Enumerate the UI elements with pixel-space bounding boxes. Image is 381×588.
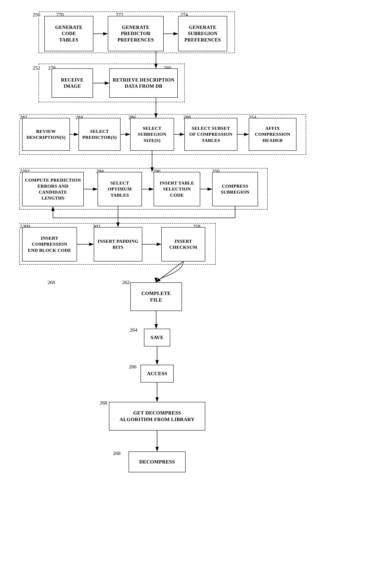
- box-get-decompress-algorithm: GET DECOMPRESSALGORITHM FROM LIBRARY: [109, 402, 205, 430]
- ref-268: 268: [113, 451, 121, 456]
- box-receive-image: RECEIVEIMAGE: [52, 68, 93, 98]
- box-complete-file: COMPLETEFILE: [130, 282, 182, 311]
- box-select-predictors: SELECTPREDICTOR(S): [78, 118, 120, 151]
- box-generate-predictor-preferences: GENERATEPREDICTORPREFERENCES: [108, 16, 164, 51]
- box-review-descriptions: REVIEWDESCRIPTION(S): [22, 118, 70, 151]
- ref-260: 262: [122, 279, 130, 285]
- box-select-optimum-tables: SELECTOPTIMUMTABLES: [98, 172, 142, 206]
- box-select-subregion-sizes: SELECTSUBREGIONSIZE(S): [130, 118, 174, 151]
- box-generate-subregion-preferences: GENERATESUBREGIONPREFERENCES: [178, 16, 227, 51]
- box-insert-padding-bits: INSERT PADDINGBITS: [94, 227, 142, 261]
- diagram-container: 250 252 270 272 274 278 280 282 284 286 …: [0, 0, 381, 588]
- box-compress-subregion: COMPRESSSUBREGION: [212, 172, 258, 206]
- box-access: ACCESS: [141, 365, 174, 382]
- box-insert-checksum: INSERTCHECKSUM: [161, 227, 205, 261]
- box-decompress: DECOMPRESS: [129, 452, 186, 472]
- box-insert-table-selection-code: INSERT TABLESELECTIONCODE: [154, 172, 200, 206]
- ref-250: 250: [32, 12, 41, 18]
- ref-266: 268: [99, 400, 108, 406]
- box-compute-prediction-errors: COMPUTE PREDICTIONERRORS AND CANDIDATELE…: [22, 172, 84, 206]
- ref-264: 266: [129, 364, 137, 370]
- box-affix-compression-header: AFFIXCOMPRESSIONHEADER: [249, 118, 296, 151]
- box-save: SAVE: [144, 329, 170, 346]
- box-select-subset-compression-tables: SELECT SUBSETOF COMPRESSIONTABLES: [184, 118, 237, 151]
- ref-262: 264: [130, 327, 138, 333]
- box-insert-compression-end-block: INSERTCOMPRESSIONEND BLOCK CODE: [22, 227, 77, 261]
- ref-252: 252: [32, 65, 41, 71]
- ref-258: 260: [47, 279, 56, 285]
- box-retrieve-description-data: RETRIEVE DESCRIPTIONDATA FROM DB: [109, 68, 178, 98]
- box-generate-code-tables: GENERATECODETABLES: [44, 16, 93, 51]
